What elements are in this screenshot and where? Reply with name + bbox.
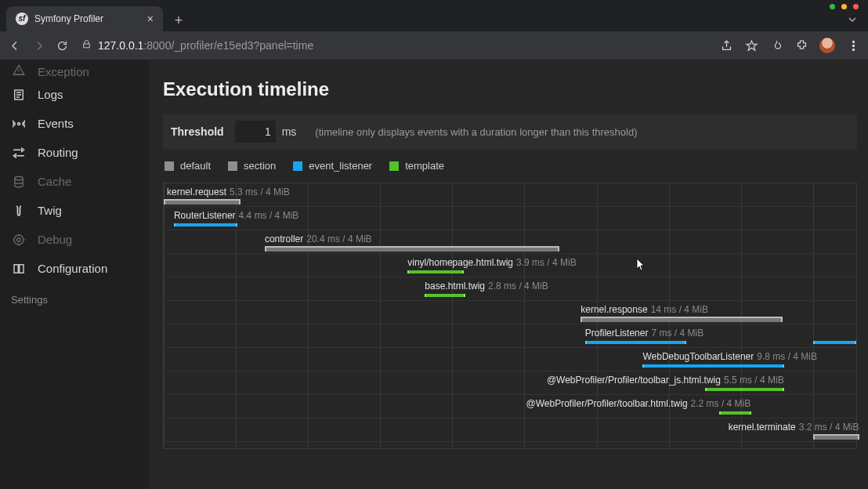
timeline-bar[interactable] (174, 223, 237, 226)
svg-point-7 (17, 237, 21, 241)
svg-point-2 (852, 49, 854, 50)
address-bar[interactable]: 127.0.0.1:8000/_profiler/e15ed3?panel=ti… (78, 39, 702, 52)
routing-icon (11, 145, 27, 161)
timeline-event-label: vinyl/homepage.html.twig3.9 ms / 4 MiB (407, 257, 576, 268)
close-tab-icon[interactable]: × (147, 13, 154, 24)
timeline-event-label: kernel.terminate3.2 ms / 4 MiB (729, 422, 859, 433)
browser-tab-strip: sf Symfony Profiler × + (0, 0, 868, 31)
sidebar-item-label: Exception (38, 65, 89, 78)
browser-tab[interactable]: sf Symfony Profiler × (6, 6, 163, 31)
symfony-favicon-icon: sf (16, 13, 28, 25)
timeline-bar[interactable] (265, 246, 559, 252)
sidebar-item-debug[interactable]: Debug (0, 225, 149, 254)
mac-max-icon[interactable] (841, 4, 847, 9)
tab-list-chevron-icon[interactable] (843, 10, 862, 31)
cache-icon (11, 174, 27, 190)
browser-toolbar: 127.0.0.1:8000/_profiler/e15ed3?panel=ti… (0, 31, 868, 60)
legend-label: event_listener (309, 160, 372, 172)
timeline-row[interactable]: @WebProfiler/Profiler/toolbar.html.twig2… (164, 395, 856, 418)
back-button[interactable] (8, 38, 22, 53)
sidebar-item-configuration[interactable]: Configuration (0, 254, 149, 283)
sidebar-item-cache[interactable]: Cache (0, 167, 149, 196)
event-name: ProfilerListener (585, 328, 649, 339)
new-tab-button[interactable]: + (168, 9, 190, 31)
timeline-event-label: controller20.4 ms / 4 MiB (265, 234, 372, 244)
legend-swatch-icon (293, 161, 302, 171)
mac-min-icon[interactable] (830, 4, 835, 9)
flame-icon[interactable] (769, 38, 783, 53)
mac-window-controls[interactable] (830, 4, 859, 9)
event-meta: 5.3 ms / 4 MiB (230, 187, 290, 197)
extensions-icon[interactable] (794, 38, 808, 53)
configuration-icon (11, 261, 27, 277)
sidebar-item-events[interactable]: Events (0, 109, 149, 138)
event-name: kernel.terminate (729, 422, 796, 433)
timeline-bar[interactable] (407, 270, 464, 273)
event-meta: 3.2 ms / 4 MiB (799, 422, 859, 433)
timeline-row[interactable]: kernel.response14 ms / 4 MiB (164, 301, 856, 324)
timeline-bar[interactable] (164, 199, 241, 205)
profiler-sidebar: ExceptionLogsEventsRoutingCacheTwigDebug… (0, 60, 149, 489)
event-meta: 2.8 ms / 4 MiB (488, 281, 548, 292)
timeline-event-label: kernel.request5.3 ms / 4 MiB (167, 187, 290, 197)
share-icon[interactable] (719, 38, 733, 53)
timeline-bar[interactable] (425, 294, 465, 297)
timeline-event-label: base.html.twig2.8 ms / 4 MiB (425, 281, 548, 292)
sidebar-item-routing[interactable]: Routing (0, 138, 149, 167)
timeline-row[interactable]: @WebProfiler/Profiler/toolbar_js.html.tw… (164, 371, 856, 395)
sidebar-item-label: Cache (38, 175, 71, 188)
timeline-bar[interactable] (580, 317, 783, 322)
timeline-row[interactable]: vinyl/homepage.html.twig3.9 ms / 4 MiB (164, 254, 856, 277)
timeline-chart[interactable]: kernel.request5.3 ms / 4 MiBRouterListen… (163, 183, 857, 449)
threshold-bar: Threshold ms (timeline only displays eve… (163, 114, 857, 149)
sidebar-item-twig[interactable]: Twig (0, 196, 149, 225)
sidebar-item-exception[interactable]: Exception (0, 63, 149, 80)
event-name: kernel.response (580, 304, 647, 315)
timeline-row[interactable]: base.html.twig2.8 ms / 4 MiB (164, 277, 856, 301)
profile-avatar[interactable] (819, 38, 835, 53)
legend-item-template[interactable]: template (389, 160, 444, 172)
timeline-row[interactable]: ProfilerListener7 ms / 4 MiB (164, 324, 856, 348)
sidebar-item-logs[interactable]: Logs (0, 80, 149, 109)
page-title: Execution timeline (163, 78, 857, 100)
timeline-bar[interactable] (642, 364, 783, 368)
event-meta: 2.2 ms / 4 MiB (691, 398, 751, 409)
sidebar-item-label: Debug (38, 233, 72, 246)
sidebar-item-label: Routing (38, 146, 78, 159)
timeline-row[interactable]: kernel.terminate3.2 ms / 4 MiB (164, 418, 856, 442)
star-icon[interactable] (744, 38, 758, 53)
kebab-menu-icon[interactable] (846, 38, 860, 53)
timeline-event-label: kernel.response14 ms / 4 MiB (580, 304, 708, 315)
timeline-row[interactable]: controller20.4 ms / 4 MiB (164, 230, 856, 254)
timeline-bar[interactable] (585, 341, 686, 344)
timeline-row[interactable]: RouterListener4.4 ms / 4 MiB (164, 207, 856, 230)
timeline-legend: defaultsectionevent_listenertemplate (165, 160, 855, 172)
svg-point-6 (14, 235, 24, 244)
threshold-input[interactable] (235, 121, 276, 143)
sidebar-settings[interactable]: Settings (0, 283, 149, 317)
timeline-row[interactable]: kernel.request5.3 ms / 4 MiB (164, 183, 856, 207)
timeline-bar[interactable] (813, 434, 859, 440)
timeline-bar[interactable] (813, 341, 856, 344)
svg-point-0 (852, 41, 854, 42)
svg-point-4 (18, 122, 20, 125)
sidebar-item-label: Events (38, 117, 74, 130)
timeline-bar[interactable] (719, 411, 751, 415)
threshold-label: Threshold (171, 125, 224, 138)
event-name: @WebProfiler/Profiler/toolbar.html.twig (526, 398, 688, 409)
reload-button[interactable] (55, 38, 69, 53)
event-name: WebDebugToolbarListener (642, 351, 754, 362)
forward-button[interactable] (31, 38, 45, 53)
legend-swatch-icon (228, 161, 237, 171)
event-meta: 20.4 ms / 4 MiB (306, 234, 371, 244)
legend-item-event[interactable]: event_listener (293, 160, 372, 172)
event-meta: 7 ms / 4 MiB (651, 328, 703, 339)
legend-item-section[interactable]: section (228, 160, 276, 172)
url-path: :8000/_profiler/e15ed3?panel=time (143, 39, 313, 52)
legend-item-default[interactable]: default (165, 160, 211, 172)
timeline-row[interactable]: WebDebugToolbarListener9.8 ms / 4 MiB (164, 348, 856, 371)
mac-close-icon[interactable] (853, 4, 859, 9)
timeline-bar[interactable] (705, 388, 784, 391)
threshold-unit: ms (282, 125, 297, 138)
event-meta: 3.9 ms / 4 MiB (516, 257, 577, 268)
